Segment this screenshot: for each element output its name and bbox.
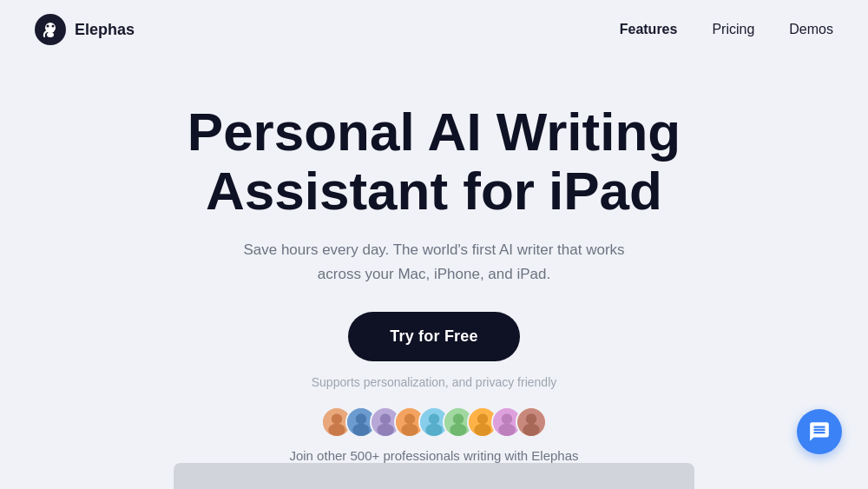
logo-icon <box>35 14 66 45</box>
svg-point-26 <box>502 413 512 424</box>
nav-demos[interactable]: Demos <box>789 22 833 37</box>
svg-point-5 <box>332 413 342 424</box>
chat-button[interactable] <box>797 409 842 454</box>
nav-links: Features Pricing Demos <box>620 22 833 37</box>
hero-title: Personal AI Writing Assistant for iPad <box>187 102 681 221</box>
svg-point-3 <box>52 25 55 28</box>
svg-point-30 <box>523 424 540 436</box>
svg-point-21 <box>450 424 467 436</box>
brand-name: Elephas <box>75 21 135 39</box>
svg-point-1 <box>47 32 54 37</box>
hero-title-highlight: iPad <box>549 162 662 221</box>
svg-point-11 <box>380 413 391 424</box>
navbar: Elephas Features Pricing Demos <box>0 0 868 59</box>
svg-point-23 <box>477 413 488 424</box>
nav-features[interactable]: Features <box>620 22 678 37</box>
svg-point-12 <box>377 424 394 436</box>
hero-subtitle: Save hours every day. The world's first … <box>221 238 647 285</box>
social-proof: Join other 500+ professionals writing wi… <box>289 448 578 463</box>
svg-point-29 <box>526 413 536 424</box>
svg-point-20 <box>453 413 464 424</box>
svg-point-14 <box>404 413 415 424</box>
avatars-row <box>321 406 547 438</box>
logo[interactable]: Elephas <box>35 14 135 45</box>
svg-point-18 <box>425 424 443 436</box>
svg-point-2 <box>47 25 49 28</box>
svg-point-24 <box>474 424 491 436</box>
svg-point-9 <box>352 424 370 436</box>
hero-title-line1: Personal AI Writing <box>187 102 681 162</box>
svg-point-15 <box>401 424 418 436</box>
avatar <box>516 406 547 438</box>
chat-icon <box>808 420 831 443</box>
hero-section: Personal AI Writing Assistant for iPad S… <box>0 59 868 489</box>
svg-point-17 <box>429 413 439 424</box>
cta-button[interactable]: Try for Free <box>348 312 519 361</box>
hero-title-prefix: Assistant for <box>206 162 535 221</box>
svg-point-8 <box>356 413 366 424</box>
nav-pricing[interactable]: Pricing <box>712 22 754 37</box>
hero-title-line2: Assistant for iPad <box>187 162 681 221</box>
svg-point-27 <box>498 424 516 436</box>
privacy-note: Supports personalization, and privacy fr… <box>312 375 557 389</box>
bottom-preview-bar <box>174 463 694 489</box>
svg-point-6 <box>328 424 345 436</box>
